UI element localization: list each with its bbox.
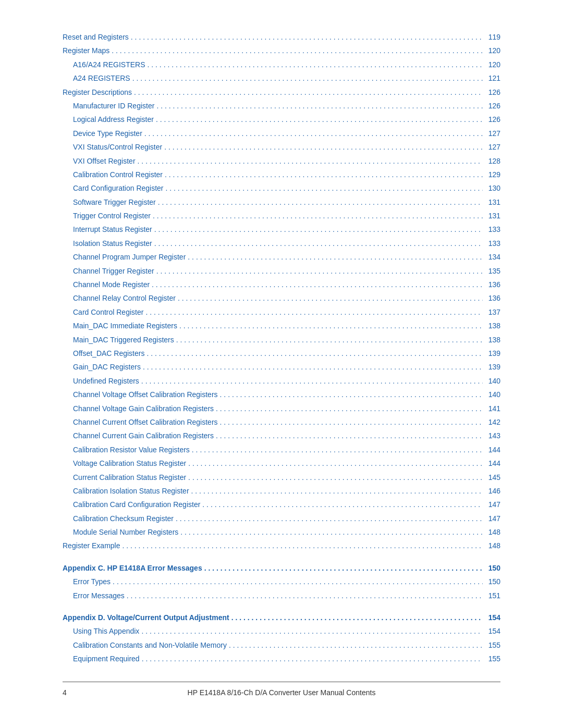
toc-label-26[interactable]: Channel Voltage Offset Calibration Regis… xyxy=(73,389,218,400)
toc-page-2: 120 xyxy=(485,59,500,70)
toc-entry-8[interactable]: VXI Status/Control Register127 xyxy=(63,141,500,153)
toc-entry-13[interactable]: Trigger Control Register131 xyxy=(63,210,500,222)
toc-entry-23[interactable]: Offset_DAC Registers139 xyxy=(63,348,500,360)
toc-entry-26[interactable]: Channel Voltage Offset Calibration Regis… xyxy=(63,389,500,401)
toc-label-18[interactable]: Channel Mode Register xyxy=(73,279,150,290)
toc-entry-32[interactable]: Current Calibration Status Register145 xyxy=(63,472,500,484)
toc-entry-37[interactable]: Register Example148 xyxy=(63,540,500,552)
toc-label-9[interactable]: VXI Offset Register xyxy=(73,155,136,167)
toc-label-30[interactable]: Calibration Resistor Value Registers xyxy=(73,444,190,455)
toc-entry-1[interactable]: Register Maps120 xyxy=(63,45,500,57)
toc-label-19[interactable]: Channel Relay Control Register xyxy=(73,292,176,304)
toc-label-44[interactable]: Using This Appendix xyxy=(73,625,139,637)
toc-label-1[interactable]: Register Maps xyxy=(63,45,109,56)
toc-label-32[interactable]: Current Calibration Status Register xyxy=(73,472,186,483)
toc-label-22[interactable]: Main_DAC Triggered Registers xyxy=(73,334,174,346)
toc-label-16[interactable]: Channel Program Jumper Register xyxy=(73,251,186,263)
toc-label-15[interactable]: Isolation Status Register xyxy=(73,238,152,249)
toc-label-24[interactable]: Gain_DAC Registers xyxy=(73,361,141,373)
toc-entry-16[interactable]: Channel Program Jumper Register134 xyxy=(63,251,500,263)
toc-entry-27[interactable]: Channel Voltage Gain Calibration Registe… xyxy=(63,403,500,415)
toc-entry-21[interactable]: Main_DAC Immediate Registers138 xyxy=(63,320,500,332)
toc-entry-40[interactable]: Error Types150 xyxy=(63,576,500,588)
toc-label-17[interactable]: Channel Trigger Register xyxy=(73,265,154,277)
toc-entry-0[interactable]: Reset and Registers119 xyxy=(63,31,500,43)
toc-entry-2[interactable]: A16/A24 REGISTERS120 xyxy=(63,59,500,71)
toc-label-45[interactable]: Calibration Constants and Non-Volatile M… xyxy=(73,639,227,651)
toc-label-35[interactable]: Calibration Checksum Register xyxy=(73,513,174,524)
toc-entry-46[interactable]: Equipment Required155 xyxy=(63,653,500,665)
toc-label-25[interactable]: Undefined Registers xyxy=(73,375,139,387)
toc-entry-14[interactable]: Interrupt Status Register133 xyxy=(63,224,500,236)
toc-dots-9 xyxy=(138,155,483,167)
toc-dots-17 xyxy=(156,265,483,277)
toc-label-6[interactable]: Logical Address Register xyxy=(73,114,154,125)
toc-entry-9[interactable]: VXI Offset Register128 xyxy=(63,155,500,167)
toc-entry-36[interactable]: Module Serial Number Registers148 xyxy=(63,526,500,538)
toc-page-29: 143 xyxy=(485,430,500,441)
toc-label-13[interactable]: Trigger Control Register xyxy=(73,210,151,221)
toc-dots-14 xyxy=(154,224,483,236)
toc-label-11[interactable]: Card Configuration Register xyxy=(73,182,164,194)
toc-entry-34[interactable]: Calibration Card Configuration Register1… xyxy=(63,499,500,511)
toc-label-29[interactable]: Channel Current Gain Calibration Registe… xyxy=(73,430,214,441)
toc-label-23[interactable]: Offset_DAC Registers xyxy=(73,348,144,359)
toc-label-12[interactable]: Software Trigger Register xyxy=(73,196,156,208)
toc-label-31[interactable]: Voltage Calibration Status Register xyxy=(73,458,186,469)
toc-entry-17[interactable]: Channel Trigger Register135 xyxy=(63,265,500,277)
toc-label-34[interactable]: Calibration Card Configuration Register xyxy=(73,499,200,510)
toc-entry-20[interactable]: Card Control Register137 xyxy=(63,306,500,318)
toc-label-41[interactable]: Error Messages xyxy=(73,590,125,601)
toc-dots-15 xyxy=(154,238,483,250)
toc-entry-19[interactable]: Channel Relay Control Register136 xyxy=(63,292,500,304)
toc-entry-12[interactable]: Software Trigger Register131 xyxy=(63,196,500,208)
toc-label-0[interactable]: Reset and Registers xyxy=(63,31,129,43)
toc-label-21[interactable]: Main_DAC Immediate Registers xyxy=(73,320,177,331)
toc-label-40[interactable]: Error Types xyxy=(73,576,111,587)
toc-entry-10[interactable]: Calibration Control Register129 xyxy=(63,169,500,181)
toc-label-46[interactable]: Equipment Required xyxy=(73,653,140,664)
toc-entry-33[interactable]: Calibration Isolation Status Register146 xyxy=(63,485,500,497)
toc-label-28[interactable]: Channel Current Offset Calibration Regis… xyxy=(73,416,218,428)
toc-entry-7[interactable]: Device Type Register127 xyxy=(63,128,500,140)
toc-entry-4[interactable]: Register Descriptions126 xyxy=(63,87,500,98)
toc-label-4[interactable]: Register Descriptions xyxy=(63,87,132,98)
toc-label-33[interactable]: Calibration Isolation Status Register xyxy=(73,485,189,497)
toc-entry-28[interactable]: Channel Current Offset Calibration Regis… xyxy=(63,416,500,428)
toc-dots-28 xyxy=(220,416,483,428)
toc-entry-39[interactable]: Appendix C. HP E1418A Error Messages150 xyxy=(63,562,500,574)
toc-entry-43[interactable]: Appendix D. Voltage/Current Output Adjus… xyxy=(63,612,500,624)
toc-label-10[interactable]: Calibration Control Register xyxy=(73,169,163,180)
toc-label-27[interactable]: Channel Voltage Gain Calibration Registe… xyxy=(73,403,214,414)
toc-page-16: 134 xyxy=(485,251,500,263)
toc-entry-5[interactable]: Manufacturer ID Register126 xyxy=(63,100,500,112)
toc-label-3[interactable]: A24 REGISTERS xyxy=(73,72,130,84)
toc-entry-25[interactable]: Undefined Registers140 xyxy=(63,375,500,387)
toc-label-43[interactable]: Appendix D. Voltage/Current Output Adjus… xyxy=(63,612,229,623)
toc-entry-22[interactable]: Main_DAC Triggered Registers138 xyxy=(63,334,500,346)
toc-entry-15[interactable]: Isolation Status Register133 xyxy=(63,238,500,250)
toc-entry-45[interactable]: Calibration Constants and Non-Volatile M… xyxy=(63,639,500,651)
toc-entry-11[interactable]: Card Configuration Register130 xyxy=(63,182,500,194)
toc-label-39[interactable]: Appendix C. HP E1418A Error Messages xyxy=(63,562,202,574)
toc-label-37[interactable]: Register Example xyxy=(63,540,120,551)
toc-label-2[interactable]: A16/A24 REGISTERS xyxy=(73,59,145,70)
toc-entry-6[interactable]: Logical Address Register126 xyxy=(63,114,500,126)
toc-entry-31[interactable]: Voltage Calibration Status Register144 xyxy=(63,458,500,470)
toc-label-36[interactable]: Module Serial Number Registers xyxy=(73,526,178,538)
toc-label-14[interactable]: Interrupt Status Register xyxy=(73,224,152,235)
toc-dots-3 xyxy=(132,72,483,84)
toc-entry-24[interactable]: Gain_DAC Registers139 xyxy=(63,361,500,373)
toc-entry-3[interactable]: A24 REGISTERS121 xyxy=(63,72,500,84)
toc-label-20[interactable]: Card Control Register xyxy=(73,306,143,318)
toc-entry-29[interactable]: Channel Current Gain Calibration Registe… xyxy=(63,430,500,442)
toc-entry-35[interactable]: Calibration Checksum Register147 xyxy=(63,513,500,525)
toc-dots-18 xyxy=(152,279,483,291)
toc-label-8[interactable]: VXI Status/Control Register xyxy=(73,141,162,153)
toc-entry-30[interactable]: Calibration Resistor Value Registers144 xyxy=(63,444,500,456)
toc-entry-18[interactable]: Channel Mode Register136 xyxy=(63,279,500,291)
toc-entry-41[interactable]: Error Messages151 xyxy=(63,590,500,602)
toc-label-7[interactable]: Device Type Register xyxy=(73,128,142,139)
toc-entry-44[interactable]: Using This Appendix154 xyxy=(63,625,500,637)
toc-label-5[interactable]: Manufacturer ID Register xyxy=(73,100,154,112)
